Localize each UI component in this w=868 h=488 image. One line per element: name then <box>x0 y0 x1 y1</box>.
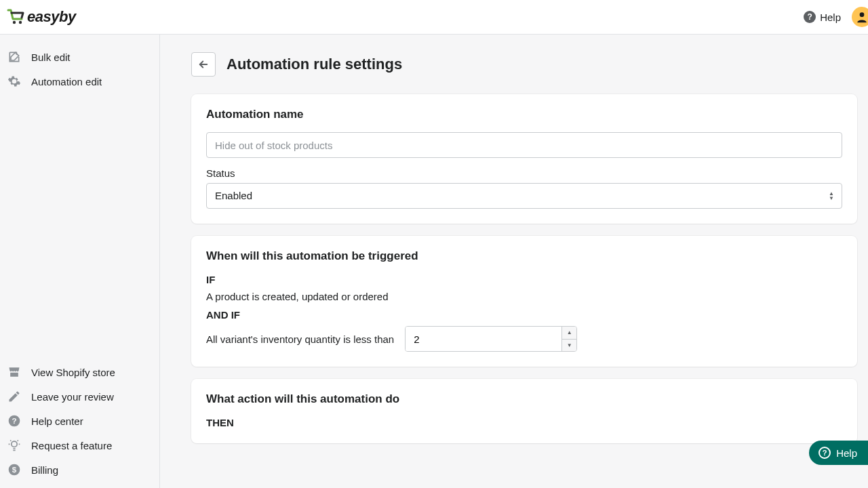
sidebar-item-automation-edit[interactable]: Automation edit <box>0 70 159 93</box>
svg-text:$: $ <box>12 465 17 474</box>
brand-name: easyby <box>27 8 76 26</box>
chevron-down-icon: ▼ <box>567 342 572 348</box>
sidebar-item-label: Request a feature <box>31 440 112 451</box>
main-content: Automation rule settings Automation name… <box>160 35 868 488</box>
help-fab[interactable]: ? Help <box>809 441 868 465</box>
threshold-stepper[interactable]: ▲ ▼ <box>405 326 577 352</box>
svg-point-1 <box>19 21 22 24</box>
back-button[interactable] <box>191 52 216 77</box>
gear-icon <box>7 74 22 89</box>
and-if-description: All variant's inventory quantity is less… <box>206 333 394 345</box>
sidebar-item-label: Help center <box>31 415 83 427</box>
card-heading: What action will this automation do <box>206 392 842 406</box>
sidebar-item-label: Bulk edit <box>31 52 71 63</box>
help-label: Help <box>820 12 841 23</box>
svg-text:?: ? <box>12 416 16 425</box>
page-header: Automation rule settings <box>160 35 868 77</box>
stepper-down-button[interactable]: ▼ <box>562 340 576 352</box>
sidebar-item-view-store[interactable]: View Shopify store <box>0 361 159 384</box>
brand-logo[interactable]: easyby <box>7 8 76 26</box>
cart-icon <box>7 8 26 26</box>
stepper-buttons: ▲ ▼ <box>561 327 576 351</box>
page-title: Automation rule settings <box>226 56 402 73</box>
stepper-up-button[interactable]: ▲ <box>562 327 576 340</box>
status-label: Status <box>206 167 842 179</box>
svg-point-2 <box>860 12 865 17</box>
sidebar-bottom-group: View Shopify store Leave your review ? H… <box>0 361 159 481</box>
store-icon <box>7 365 22 380</box>
threshold-input[interactable] <box>406 327 561 351</box>
status-select[interactable]: Enabled <box>206 183 842 209</box>
automation-name-input[interactable] <box>206 132 842 158</box>
card-heading: Automation name <box>206 108 842 121</box>
topbar: easyby ? Help <box>0 0 868 35</box>
sidebar-item-label: Automation edit <box>31 76 102 87</box>
arrow-left-icon <box>197 58 210 70</box>
avatar[interactable] <box>852 7 868 27</box>
card-automation-name: Automation name Status Enabled ▲▼ <box>191 94 857 224</box>
sidebar-item-label: Billing <box>31 464 58 476</box>
sidebar: Bulk edit Automation edit View Shopify s… <box>0 35 160 488</box>
dollar-circle-icon: $ <box>7 462 22 477</box>
then-label: THEN <box>206 417 842 428</box>
help-link[interactable]: ? Help <box>804 11 841 23</box>
sidebar-item-billing[interactable]: $ Billing <box>0 458 159 481</box>
card-trigger: When will this automation be triggered I… <box>191 236 857 367</box>
sidebar-item-request-feature[interactable]: Request a feature <box>0 434 159 457</box>
sidebar-top-group: Bulk edit Automation edit <box>0 45 159 93</box>
if-description: A product is created, updated or ordered <box>206 291 842 302</box>
question-circle-icon: ? <box>818 447 831 459</box>
lightbulb-icon <box>7 438 22 453</box>
sidebar-item-label: View Shopify store <box>31 367 115 378</box>
status-value: Enabled <box>215 190 252 201</box>
help-fab-label: Help <box>836 447 857 459</box>
question-circle-icon: ? <box>804 11 816 23</box>
pencil-icon <box>7 389 22 404</box>
edit-icon <box>7 49 22 64</box>
if-label: IF <box>206 274 842 285</box>
svg-point-0 <box>13 21 16 24</box>
chevron-up-icon: ▲ <box>567 329 572 336</box>
svg-point-5 <box>12 441 17 447</box>
question-circle-icon: ? <box>7 413 22 428</box>
sidebar-item-bulk-edit[interactable]: Bulk edit <box>0 45 159 68</box>
card-action: What action will this automation do THEN <box>191 379 857 443</box>
sidebar-item-label: Leave your review <box>31 391 114 403</box>
and-if-label: AND IF <box>206 309 842 321</box>
card-heading: When will this automation be triggered <box>206 249 842 263</box>
sidebar-item-help-center[interactable]: ? Help center <box>0 409 159 432</box>
sidebar-item-leave-review[interactable]: Leave your review <box>0 385 159 408</box>
